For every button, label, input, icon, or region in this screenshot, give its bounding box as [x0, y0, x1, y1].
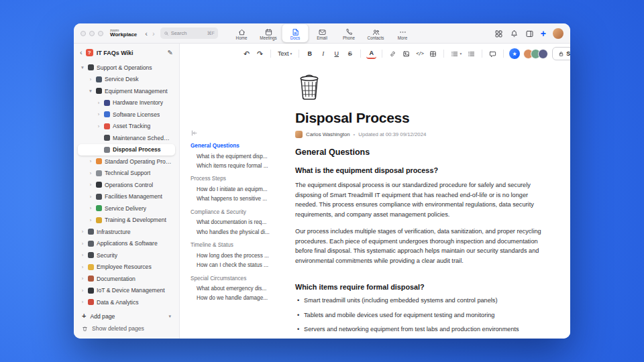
chevron-right-icon[interactable]: ›: [80, 252, 85, 258]
sidebar-item-technical-support[interactable]: ›Technical Support: [78, 168, 175, 180]
bullet-list-button[interactable]: [466, 48, 476, 60]
user-avatar[interactable]: [553, 28, 564, 39]
chevron-right-icon[interactable]: ›: [96, 100, 101, 106]
close-button[interactable]: [80, 31, 86, 36]
zoom-button[interactable]: [98, 31, 103, 36]
align-button[interactable]: ▾: [449, 48, 463, 60]
toc-item[interactable]: Which items require formal ...: [191, 161, 276, 170]
chevron-right-icon[interactable]: ›: [88, 194, 93, 200]
chevron-down-icon[interactable]: ▾: [80, 64, 85, 70]
sidebar-item-support-operations[interactable]: ▾Support & Operations: [78, 62, 175, 74]
toc-section-process-steps[interactable]: Process Steps: [191, 176, 276, 182]
code-button[interactable]: </>: [415, 48, 425, 60]
chevron-right-icon[interactable]: ›: [80, 288, 85, 294]
toc-item[interactable]: What is the equipment disp...: [191, 152, 276, 161]
bell-icon[interactable]: [510, 29, 519, 38]
link-button[interactable]: [388, 48, 398, 60]
show-deleted-pages-button[interactable]: Show deleted pages: [82, 325, 171, 332]
toc-item[interactable]: How do I initiate an equipm...: [191, 184, 276, 194]
apps-icon[interactable]: [494, 29, 503, 38]
sidebar-item-operations-control[interactable]: ›Operations Control: [78, 179, 175, 191]
chevron-right-icon[interactable]: ›: [88, 217, 93, 223]
toc-item[interactable]: How long does the process ...: [191, 251, 276, 260]
toc-section-timeline-status[interactable]: Timeline & Status: [191, 242, 276, 248]
sidebar-back-icon[interactable]: ‹: [80, 49, 83, 56]
sidebar-item-security[interactable]: ›Security: [78, 249, 175, 261]
sidebar-item-hardware-inventory[interactable]: ›Hardware Inventory: [78, 97, 175, 109]
toc-item[interactable]: What documentation is req...: [191, 218, 276, 227]
search-input[interactable]: Search ⌘F: [160, 27, 218, 39]
toc-section-general-questions[interactable]: General Questions: [191, 143, 276, 149]
sidebar-item-disposal-process[interactable]: Disposal Process: [78, 144, 175, 156]
chevron-right-icon[interactable]: ›: [96, 111, 101, 117]
image-button[interactable]: [401, 48, 411, 60]
chevron-right-icon[interactable]: ›: [80, 229, 85, 235]
add-page-button[interactable]: + Add page ▾: [82, 312, 171, 320]
chevron-right-icon[interactable]: ›: [80, 276, 85, 282]
toc-item[interactable]: What happens to sensitive ...: [191, 194, 276, 204]
chevron-right-icon[interactable]: ›: [80, 299, 85, 305]
collaborator-avatars[interactable]: [523, 49, 548, 59]
sidebar-item-applications-software[interactable]: ›Applications & Software: [78, 238, 175, 250]
share-button[interactable]: Share: [552, 47, 570, 60]
sidebar-item-facilities-management[interactable]: ›Facilities Management: [78, 191, 175, 203]
chevron-right-icon[interactable]: ›: [88, 205, 93, 211]
chevron-right-icon[interactable]: ›: [80, 241, 85, 247]
sidebar-item-equipment-management[interactable]: ▾Equipment Management: [78, 85, 175, 97]
sidebar-item-service-delivery[interactable]: ›Service Delivery: [78, 202, 175, 215]
chevron-down-icon[interactable]: ▾: [168, 314, 171, 319]
collaborator-avatar[interactable]: [538, 49, 548, 59]
toc-item[interactable]: Who handles the physical di...: [191, 227, 276, 237]
tab-meetings[interactable]: Meetings: [256, 24, 282, 42]
comment-button[interactable]: [488, 48, 498, 60]
chevron-right-icon[interactable]: ›: [88, 158, 93, 164]
strikethrough-button[interactable]: S: [345, 48, 355, 60]
chevron-right-icon[interactable]: ›: [88, 170, 93, 176]
panel-icon[interactable]: [525, 29, 534, 38]
toc-item[interactable]: How can I check the status ...: [191, 260, 276, 269]
redo-button[interactable]: ↷: [255, 48, 265, 60]
tab-email[interactable]: Email: [309, 24, 335, 42]
toc-section-special-circumstances[interactable]: Special Circumstances: [191, 276, 276, 282]
sidebar-item-infrastructure[interactable]: ›Infrastructure: [78, 226, 175, 238]
sidebar-item-maintenance-schedules[interactable]: Maintenance Schedules: [78, 132, 175, 144]
tab-more[interactable]: More: [390, 24, 416, 42]
document[interactable]: Disposal Process Carlos Washington Updat…: [279, 64, 570, 339]
underline-button[interactable]: U: [331, 48, 341, 60]
sidebar-item-iot-device-management[interactable]: ›IoT & Device Management: [78, 285, 175, 297]
sidebar-item-service-desk[interactable]: ›Service Desk: [78, 74, 175, 86]
tab-home[interactable]: Home: [229, 24, 255, 42]
nav-back-icon[interactable]: ‹: [145, 29, 148, 38]
toc-item[interactable]: What about emergency dis...: [191, 284, 276, 294]
italic-button[interactable]: I: [318, 48, 328, 60]
chevron-right-icon[interactable]: ›: [88, 182, 93, 188]
insert-table-button[interactable]: [428, 48, 438, 60]
toc-item[interactable]: How do we handle damage...: [191, 294, 276, 303]
undo-button[interactable]: ↶: [241, 48, 252, 60]
tab-docs[interactable]: Docs: [282, 24, 309, 42]
sidebar-item-employee-resources[interactable]: ›Employee Resources: [78, 261, 175, 274]
window-controls[interactable]: [80, 31, 103, 36]
ai-assistant-button[interactable]: ★: [509, 48, 520, 59]
sidebar-item-data-analytics[interactable]: ›Data & Analytics: [78, 296, 175, 307]
text-color-button[interactable]: A: [366, 49, 376, 59]
chevron-right-icon[interactable]: ›: [80, 264, 85, 270]
text-style-button[interactable]: Text▾: [276, 48, 293, 60]
nav-forward-icon[interactable]: ›: [152, 29, 155, 38]
sidebar-item-software-licenses[interactable]: ›Software Licenses: [78, 109, 175, 121]
toc-collapse-icon[interactable]: [191, 129, 198, 137]
toc-section-compliance-security[interactable]: Compliance & Security: [191, 209, 276, 215]
sidebar-item-training-development[interactable]: ›Training & Development: [78, 215, 175, 227]
tab-phone[interactable]: Phone: [336, 24, 362, 42]
sidebar-item-documentation[interactable]: ›Documentation: [78, 273, 175, 285]
sidebar-item-asset-tracking[interactable]: ›Asset Tracking: [78, 121, 175, 133]
bold-button[interactable]: B: [305, 48, 315, 60]
new-item-button[interactable]: +: [541, 29, 546, 38]
minimize-button[interactable]: [89, 31, 95, 36]
tab-contacts[interactable]: Contacts: [363, 24, 389, 42]
chevron-right-icon[interactable]: ›: [96, 123, 101, 129]
compose-icon[interactable]: ✎: [168, 49, 173, 56]
chevron-down-icon[interactable]: ▾: [88, 88, 93, 94]
chevron-right-icon[interactable]: ›: [88, 76, 93, 82]
sidebar-item-standard-operating-procedures[interactable]: ›Standard Operating Procedures: [78, 156, 175, 168]
